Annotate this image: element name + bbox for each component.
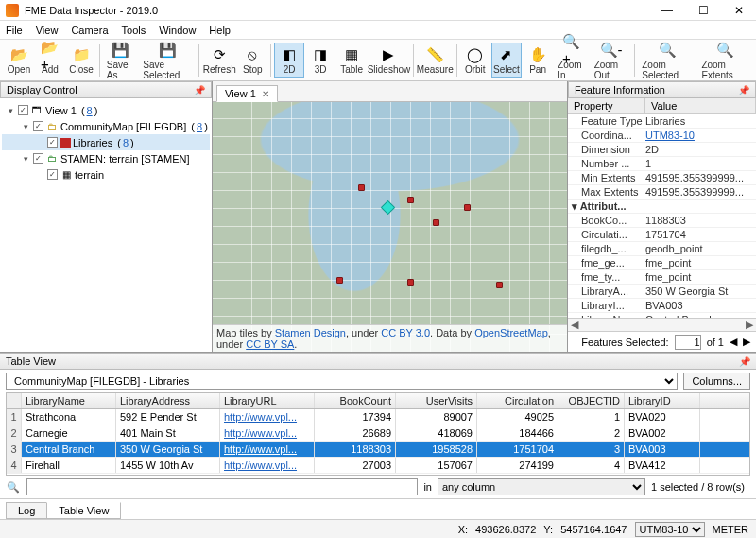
map-point[interactable] xyxy=(358,184,365,191)
feature-info-row[interactable]: ▾ Attribut... xyxy=(568,200,756,214)
features-selected-input[interactable] xyxy=(675,335,701,350)
link-ccby30[interactable]: CC BY 3.0 xyxy=(381,327,430,338)
map-canvas[interactable]: Map tiles by Stamen Design, under CC BY … xyxy=(213,102,567,352)
toolbar-savesel-button[interactable]: 💾Save Selected xyxy=(139,39,196,82)
tab-table-view[interactable]: Table View xyxy=(46,502,121,519)
menu-help[interactable]: Help xyxy=(209,25,231,36)
grid-header-cell[interactable] xyxy=(7,393,22,408)
pin-icon[interactable]: 📌 xyxy=(738,85,749,95)
filter-input[interactable] xyxy=(26,478,418,495)
toolbar-orbit-button[interactable]: ◯Orbit xyxy=(460,43,490,77)
grid-header-cell[interactable]: OBJECTID xyxy=(558,393,625,408)
view-tabstrip: View 1✕ xyxy=(213,81,567,102)
columns-button[interactable]: Columns... xyxy=(683,373,750,390)
toolbar-select-button[interactable]: ⬈Select xyxy=(491,43,522,78)
open-icon: 📂 xyxy=(9,45,28,64)
features-selected-status: Features Selected: of 1 ◀ ▶ xyxy=(568,331,756,352)
toolbar-zoomout-button[interactable]: 🔍-Zoom Out xyxy=(591,39,632,82)
feature-info-row[interactable]: Coordina...UTM83-10 xyxy=(568,129,756,143)
feature-info-row[interactable]: LibraryI...BVA003 xyxy=(568,299,756,313)
feature-info-row[interactable]: Number ...1 xyxy=(568,157,756,171)
feature-info-row[interactable]: Circulati...1751704 xyxy=(568,228,756,242)
toolbar-refresh-button[interactable]: ⟳Refresh xyxy=(202,43,236,77)
tree-view-root[interactable]: ▾✓🗔 View 1 ( 8 ) xyxy=(2,102,210,118)
menu-camera[interactable]: Camera xyxy=(71,25,108,36)
table-row[interactable]: 1Strathcona592 E Pender Sthttp://www.vpl… xyxy=(7,409,749,425)
table-row[interactable]: 3Central Branch350 W Georgia Sthttp://ww… xyxy=(7,442,749,458)
grid-header-cell[interactable]: LibraryName xyxy=(22,393,116,408)
feature-info-row[interactable]: filegdb_...geodb_point xyxy=(568,242,756,256)
view-tab-1[interactable]: View 1✕ xyxy=(216,85,278,102)
pin-icon[interactable]: 📌 xyxy=(739,356,750,367)
toolbar-zoomext-button[interactable]: 🔍Zoom Extents xyxy=(697,39,752,82)
map-point[interactable] xyxy=(336,277,343,284)
tree-dataset-stamen[interactable]: ▾✓🗀 STAMEN: terrain [STAMEN] xyxy=(2,150,210,166)
menu-tools[interactable]: Tools xyxy=(122,25,146,36)
tree-layer-terrain[interactable]: ✓▦ terrain xyxy=(2,166,210,182)
toolbar-open-button[interactable]: 📂Open xyxy=(4,43,34,77)
toolbar-table-button[interactable]: ▦Table xyxy=(336,43,367,77)
app-logo-icon xyxy=(6,4,19,17)
toolbar-saveas-button[interactable]: 💾Save As xyxy=(103,39,139,82)
select-icon: ⬈ xyxy=(497,45,516,64)
prev-feature-button[interactable]: ◀ xyxy=(730,336,737,348)
menu-file[interactable]: File xyxy=(6,25,23,36)
feature-info-row[interactable]: Max Extents491595.355399999... xyxy=(568,185,756,200)
pin-icon[interactable]: 📌 xyxy=(194,85,205,95)
feature-info-row[interactable]: LibraryA...350 W Georgia St xyxy=(568,285,756,299)
feature-info-header: Property Value xyxy=(568,98,756,114)
toolbar-pan-button[interactable]: ✋Pan xyxy=(523,43,553,77)
grid-header-cell[interactable]: UserVisits xyxy=(396,393,477,408)
next-feature-button[interactable]: ▶ xyxy=(743,336,750,348)
feature-info-row[interactable]: BookCo...1188303 xyxy=(568,214,756,228)
menu-view[interactable]: View xyxy=(36,25,59,36)
toolbar-zoomin-button[interactable]: 🔍+Zoom In xyxy=(554,39,590,82)
map-point[interactable] xyxy=(407,279,414,286)
grid-header-cell[interactable]: Circulation xyxy=(477,393,558,408)
toolbar-zoomsel-button[interactable]: 🔍Zoom Selected xyxy=(638,39,696,82)
toolbar-close-button[interactable]: 📁Close xyxy=(66,43,96,77)
menu-window[interactable]: Window xyxy=(159,25,196,36)
slide-icon: ▶ xyxy=(379,45,398,64)
close-tab-icon[interactable]: ✕ xyxy=(262,89,269,99)
status-y: 5457164.1647 xyxy=(560,524,627,535)
zoomext-icon: 🔍 xyxy=(715,41,734,60)
status-unit: METER xyxy=(713,524,749,535)
feature-info-row[interactable]: fme_ge...fme_point xyxy=(568,256,756,270)
close-button[interactable]: ✕ xyxy=(728,4,750,17)
link-ccbysa[interactable]: CC BY SA xyxy=(246,338,294,350)
table-row[interactable]: 4Firehall1455 W 10th Avhttp://www.vpl...… xyxy=(7,458,749,474)
grid-header-cell[interactable]: BookCount xyxy=(315,393,396,408)
tab-log[interactable]: Log xyxy=(6,502,47,519)
link-stamen[interactable]: Stamen Design xyxy=(275,327,346,338)
dataset-select[interactable]: CommunityMap [FILEGDB] - Libraries xyxy=(6,373,678,390)
table-view-title: Table View📌 xyxy=(0,353,756,370)
stop-icon: ⦸ xyxy=(243,45,262,64)
toolbar-slide-button[interactable]: ▶Slideshow xyxy=(368,43,410,77)
table-row[interactable]: 2Carnegie401 Main Sthttp://www.vpl...266… xyxy=(7,425,749,442)
toolbar-add-button[interactable]: 📂+Add xyxy=(35,43,65,77)
toolbar-stop-button[interactable]: ⦸Stop xyxy=(237,43,267,77)
toolbar-2d-button[interactable]: ◧2D xyxy=(274,43,304,78)
feature-info-hscroll[interactable]: ◀▶ xyxy=(568,318,756,331)
map-point[interactable] xyxy=(496,282,503,288)
maximize-button[interactable]: ☐ xyxy=(692,4,714,17)
feature-info-row[interactable]: Feature TypeLibraries xyxy=(568,114,756,129)
crs-select[interactable]: UTM83-10 xyxy=(635,522,705,537)
grid-header-cell[interactable]: LibraryID xyxy=(625,393,700,408)
link-osm[interactable]: OpenStreetMap xyxy=(474,327,548,338)
grid-header-cell[interactable]: LibraryURL xyxy=(220,393,315,408)
map-point[interactable] xyxy=(464,204,471,211)
feature-info-row[interactable]: fme_ty...fme_point xyxy=(568,270,756,285)
tree-layer-libraries[interactable]: ✓ Libraries ( 8 ) xyxy=(2,134,210,150)
grid-header-cell[interactable]: LibraryAddress xyxy=(116,393,220,408)
tree-dataset-community[interactable]: ▾✓🗀 CommunityMap [FILEGDB] ( 8 ) xyxy=(2,118,210,134)
feature-info-row[interactable]: Min Extents491595.355399999... xyxy=(568,171,756,185)
toolbar-3d-button[interactable]: ◨3D xyxy=(305,43,335,77)
toolbar-measure-button[interactable]: 📏Measure xyxy=(417,43,454,77)
filter-column-select[interactable]: any column xyxy=(438,478,645,495)
minimize-button[interactable]: — xyxy=(656,4,679,17)
map-point[interactable] xyxy=(433,219,439,226)
map-point[interactable] xyxy=(407,197,414,203)
feature-info-row[interactable]: Dimension2D xyxy=(568,143,756,157)
